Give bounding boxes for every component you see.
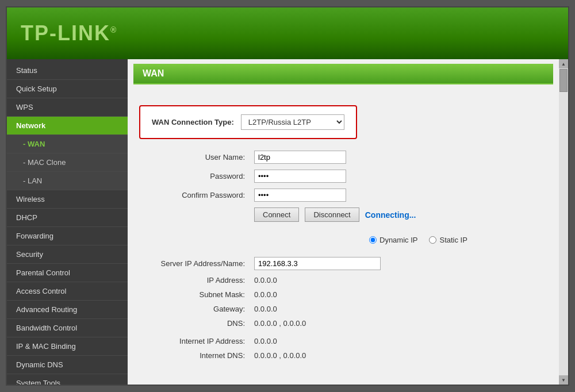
- password-row: Password:: [139, 170, 547, 183]
- username-row: User Name:: [139, 151, 547, 164]
- logo-text: TP-LINK: [21, 21, 110, 45]
- confirm-password-row: Confirm Password:: [139, 189, 547, 202]
- header-bar: TP-LINK®: [7, 7, 568, 59]
- ip-address-row: IP Address: 0.0.0.0: [139, 276, 547, 285]
- wan-type-row: WAN Connection Type: L2TP/Russia L2TP Dy…: [152, 114, 344, 130]
- dns-value: 0.0.0.0 , 0.0.0.0: [254, 319, 306, 328]
- password-input[interactable]: [254, 170, 346, 183]
- password-label: Password:: [139, 172, 254, 180]
- sidebar-item-ip-mac-binding[interactable]: IP & MAC Binding: [7, 337, 128, 356]
- internet-dns-row: Internet DNS: 0.0.0.0 , 0.0.0.0: [139, 351, 547, 360]
- gateway-label: Gateway:: [139, 305, 254, 313]
- dynamic-ip-label: Dynamic IP: [379, 236, 417, 244]
- sidebar-item-security[interactable]: Security: [7, 245, 128, 264]
- internet-dns-label: Internet DNS:: [139, 351, 254, 360]
- sidebar-item-bandwidth-control[interactable]: Bandwidth Control: [7, 319, 128, 337]
- wan-type-select[interactable]: L2TP/Russia L2TP Dynamic IP Static IP PP…: [241, 114, 344, 130]
- scrollbar-track[interactable]: [559, 68, 568, 375]
- sidebar-item-wireless[interactable]: Wireless: [7, 190, 128, 209]
- confirm-password-input[interactable]: [254, 189, 346, 202]
- subnet-mask-label: Subnet Mask:: [139, 290, 254, 299]
- internet-ip-label: Internet IP Address:: [139, 337, 254, 345]
- sidebar-item-parental-control[interactable]: Parental Control: [7, 264, 128, 282]
- section-divider: [133, 83, 553, 84]
- sidebar-item-dynamic-dns[interactable]: Dynamic DNS: [7, 356, 128, 374]
- ip-address-value: 0.0.0.0: [254, 276, 277, 285]
- sidebar-item-quick-setup[interactable]: Quick Setup: [7, 80, 128, 98]
- connect-button[interactable]: Connect: [254, 207, 299, 222]
- scrollbar: ▲ ▼: [559, 59, 568, 385]
- subnet-mask-row: Subnet Mask: 0.0.0.0: [139, 290, 547, 299]
- wan-type-label: WAN Connection Type:: [152, 118, 234, 126]
- ip-type-row: Dynamic IP Static IP: [139, 236, 547, 251]
- scrollbar-thumb[interactable]: [559, 69, 568, 92]
- server-ip-row: Server IP Address/Name:: [139, 257, 547, 270]
- subnet-mask-value: 0.0.0.0: [254, 290, 277, 299]
- form-area: WAN Connection Type: L2TP/Russia L2TP Dy…: [128, 94, 559, 371]
- sidebar-item-forwarding[interactable]: Forwarding: [7, 227, 128, 245]
- buttons-form-row: Connect Disconnect Connecting...: [139, 207, 547, 230]
- dynamic-ip-option[interactable]: Dynamic IP: [369, 236, 417, 244]
- static-ip-radio[interactable]: [429, 236, 436, 244]
- sidebar-item-system-tools[interactable]: System Tools: [7, 374, 128, 385]
- main-area: Status Quick Setup WPS Network - WAN - M…: [7, 59, 568, 385]
- server-ip-input[interactable]: [254, 257, 381, 270]
- sidebar: Status Quick Setup WPS Network - WAN - M…: [7, 59, 128, 385]
- sidebar-item-lan[interactable]: - LAN: [7, 172, 128, 190]
- disconnect-button[interactable]: Disconnect: [305, 207, 359, 222]
- content-area: WAN WAN Connection Type: L2TP/Russia L2T…: [128, 59, 559, 385]
- connecting-status: Connecting...: [365, 210, 416, 220]
- sidebar-item-access-control[interactable]: Access Control: [7, 282, 128, 301]
- static-ip-label: Static IP: [439, 236, 467, 244]
- sidebar-item-status[interactable]: Status: [7, 62, 128, 80]
- ip-address-label: IP Address:: [139, 276, 254, 285]
- username-input[interactable]: [254, 151, 346, 164]
- username-label: User Name:: [139, 153, 254, 162]
- dns-row: DNS: 0.0.0.0 , 0.0.0.0: [139, 319, 547, 328]
- radio-row: Dynamic IP Static IP: [369, 236, 467, 244]
- sidebar-item-mac-clone[interactable]: - MAC Clone: [7, 153, 128, 172]
- sidebar-item-advanced-routing[interactable]: Advanced Routing: [7, 301, 128, 319]
- gateway-row: Gateway: 0.0.0.0: [139, 305, 547, 313]
- internet-ip-row: Internet IP Address: 0.0.0.0: [139, 337, 547, 345]
- buttons-row: Connect Disconnect Connecting...: [254, 207, 416, 222]
- internet-dns-value: 0.0.0.0 , 0.0.0.0: [254, 351, 306, 360]
- static-ip-option[interactable]: Static IP: [429, 236, 467, 244]
- gateway-value: 0.0.0.0: [254, 305, 277, 313]
- scrollbar-down[interactable]: ▼: [559, 375, 568, 385]
- wan-type-box: WAN Connection Type: L2TP/Russia L2TP Dy…: [139, 105, 357, 139]
- dynamic-ip-radio[interactable]: [369, 236, 377, 244]
- sidebar-item-wps[interactable]: WPS: [7, 98, 128, 117]
- logo: TP-LINK®: [21, 21, 117, 45]
- sidebar-item-wan[interactable]: - WAN: [7, 135, 128, 153]
- logo-reg: ®: [110, 25, 117, 34]
- confirm-password-label: Confirm Password:: [139, 191, 254, 199]
- internet-ip-value: 0.0.0.0: [254, 337, 277, 345]
- sidebar-item-dhcp[interactable]: DHCP: [7, 209, 128, 227]
- dns-label: DNS:: [139, 319, 254, 328]
- server-ip-label: Server IP Address/Name:: [139, 259, 254, 268]
- sidebar-item-network[interactable]: Network: [7, 117, 128, 135]
- scrollbar-up[interactable]: ▲: [559, 59, 568, 68]
- section-title: WAN: [133, 64, 553, 83]
